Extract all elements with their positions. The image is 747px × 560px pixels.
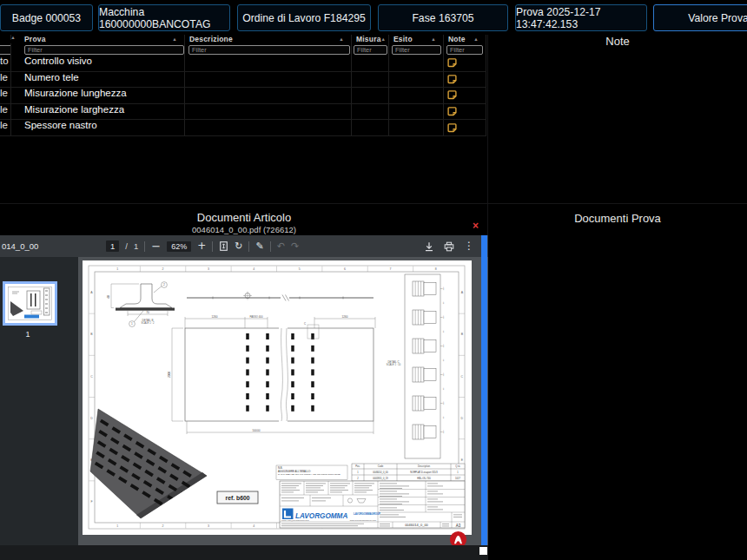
note-icon[interactable] bbox=[447, 107, 457, 116]
prova-table: ▲ Prova▲ Descrizione▲ Misura▲ Esito▲ Not… bbox=[0, 35, 486, 136]
plan-dim-passo: PASSO 400 bbox=[250, 315, 263, 319]
row-misura bbox=[352, 104, 389, 120]
svg-text:120: 120 bbox=[442, 287, 445, 291]
filter-input-first[interactable] bbox=[0, 45, 11, 55]
svg-text:80: 80 bbox=[442, 301, 445, 304]
filter-input-misura[interactable] bbox=[354, 45, 387, 55]
column-label-esito: Esito bbox=[393, 35, 413, 43]
redo-icon[interactable]: ↷ bbox=[291, 241, 299, 251]
svg-text:B: B bbox=[90, 333, 93, 336]
title-block-email: email: info@lavorgomma.com bbox=[281, 519, 309, 522]
svg-text:120: 120 bbox=[442, 401, 445, 405]
note-icon[interactable] bbox=[447, 58, 457, 68]
note-icon[interactable] bbox=[447, 75, 457, 84]
note-icon[interactable] bbox=[447, 90, 457, 100]
close-icon[interactable]: × bbox=[473, 221, 479, 231]
ref-label-text: ref. b600 bbox=[226, 495, 250, 501]
note-icon[interactable] bbox=[447, 123, 457, 133]
prova-button[interactable]: Prova 2025-12-17 13:47:42.153 bbox=[515, 4, 647, 31]
toolbar-separator bbox=[144, 241, 145, 252]
pdf-page[interactable]: 1122334455667788AABBCCDDEEFF 40 70 2 1 D… bbox=[83, 260, 472, 535]
svg-text:C: C bbox=[461, 375, 464, 379]
zoom-out-button[interactable]: − bbox=[151, 241, 161, 251]
table-row[interactable]: le Numero tele bbox=[0, 72, 486, 89]
documenti-articolo-filename: 0046014_0_00.pdf (726612) bbox=[0, 225, 488, 234]
sort-icon[interactable]: ▲ bbox=[172, 36, 177, 42]
column-header-prova[interactable]: Prova▲ bbox=[11, 35, 185, 43]
valore-prova-button[interactable]: Valore Prova bbox=[653, 4, 747, 31]
filter-input-descrizione[interactable] bbox=[188, 45, 350, 55]
macchina-button[interactable]: Macchina 160000000BANCOTAG bbox=[98, 4, 230, 31]
plan-view-break bbox=[279, 327, 288, 422]
table-row[interactable]: le Misurazione lunghezza bbox=[0, 88, 486, 104]
table-row[interactable]: to Controllo visivo bbox=[0, 56, 486, 72]
nb-line3: N.45 TAZZE HBL-OIL-T40 LUNGH. 120 mm SOL… bbox=[278, 473, 340, 476]
annotate-icon[interactable]: ✎ bbox=[255, 241, 263, 251]
valore-prova-button-label: Valore Prova bbox=[688, 12, 747, 24]
sort-icon[interactable]: ▲ bbox=[381, 36, 387, 42]
pdf-thumbnail-sidebar: 1 bbox=[0, 257, 78, 545]
table-row[interactable]: le Spessore nastro bbox=[0, 120, 486, 136]
svg-text:1: 1 bbox=[116, 524, 118, 528]
svg-text:A: A bbox=[90, 291, 93, 294]
column-header-note[interactable]: Note▲ bbox=[444, 35, 486, 43]
print-icon[interactable] bbox=[444, 241, 454, 252]
row-esito bbox=[389, 56, 444, 71]
thumbnail-preview bbox=[5, 284, 55, 323]
row-type-fragment: le bbox=[0, 88, 11, 103]
pdf-filename: 014_0_00 bbox=[2, 235, 38, 257]
detail-b-scale: SCALE 1 : 2 bbox=[142, 321, 155, 325]
more-menu-icon[interactable]: ⋮ bbox=[464, 241, 474, 251]
download-icon[interactable] bbox=[424, 241, 434, 252]
page-thumbnail[interactable] bbox=[3, 281, 57, 326]
svg-text:120: 120 bbox=[442, 372, 445, 377]
row-descrizione bbox=[185, 88, 352, 103]
nb-line2: AGGIUNGERE ALL'IMBALLO: bbox=[278, 470, 311, 473]
filter-input-prova[interactable] bbox=[24, 45, 184, 55]
svg-text:2: 2 bbox=[162, 524, 164, 528]
page-total: 1 bbox=[134, 241, 138, 251]
rotate-icon[interactable]: ↻ bbox=[235, 241, 242, 251]
filter-input-note[interactable] bbox=[446, 45, 483, 55]
column-header-first[interactable]: ▲ bbox=[0, 35, 11, 40]
detail-b-profile bbox=[116, 284, 175, 311]
sort-icon[interactable]: ▲ bbox=[431, 36, 436, 42]
column-label-note: Note bbox=[448, 35, 466, 43]
undo-icon[interactable]: ↶ bbox=[277, 241, 285, 251]
detail-b-dim-width: 70 bbox=[146, 311, 149, 314]
zoom-level[interactable]: 62% bbox=[167, 241, 191, 252]
row-esito bbox=[389, 72, 444, 88]
svg-text:120: 120 bbox=[442, 315, 445, 320]
svg-text:B: B bbox=[461, 333, 464, 336]
toolbar-separator bbox=[270, 241, 271, 252]
column-label-misura: Misura bbox=[356, 35, 381, 43]
ref-label-box: ref. b600 bbox=[217, 491, 258, 504]
ordine-di-lavoro-button[interactable]: Ordine di Lavoro F184295 bbox=[237, 4, 371, 31]
plan-dim-50000: 50000 bbox=[253, 429, 261, 432]
svg-text:2: 2 bbox=[162, 267, 164, 271]
page-number-box[interactable]: 1 bbox=[106, 240, 119, 252]
sort-icon[interactable]: ▲ bbox=[339, 36, 344, 42]
row-descrizione bbox=[185, 120, 352, 135]
table-row[interactable]: le Misurazione larghezza bbox=[0, 104, 486, 121]
sort-icon[interactable]: ▲ bbox=[473, 36, 479, 42]
row-prova: Spessore nastro bbox=[11, 120, 185, 135]
app-root: { "topbar": { "buttons": [ {"label": "Ba… bbox=[0, 0, 747, 560]
svg-text:A: A bbox=[461, 291, 464, 294]
column-header-misura[interactable]: Misura▲ bbox=[352, 35, 389, 43]
pdf-scrollbar[interactable] bbox=[481, 235, 487, 545]
svg-text:120: 120 bbox=[442, 430, 445, 434]
badge-button[interactable]: Badge 000053 bbox=[0, 4, 93, 31]
prova-button-label: Prova 2025-12-17 13:47:42.153 bbox=[516, 6, 646, 30]
column-header-descrizione[interactable]: Descrizione▲ bbox=[185, 35, 352, 43]
svg-text:6: 6 bbox=[344, 267, 346, 271]
parts-header-description: Description bbox=[418, 464, 430, 468]
sort-icon[interactable]: ▲ bbox=[10, 35, 16, 40]
scrollbar-end-handle[interactable] bbox=[479, 547, 487, 555]
pdf-toolbar: 014_0_00 1 / 1 − 62% + ↻ ✎ ↶ ↷ ⋮ bbox=[0, 235, 488, 257]
filter-input-esito[interactable] bbox=[392, 45, 441, 55]
zoom-in-button[interactable]: + bbox=[197, 241, 206, 251]
fase-button[interactable]: Fase 163705 bbox=[378, 4, 508, 31]
fit-page-icon[interactable] bbox=[219, 240, 228, 252]
column-header-esito[interactable]: Esito▲ bbox=[389, 35, 444, 43]
